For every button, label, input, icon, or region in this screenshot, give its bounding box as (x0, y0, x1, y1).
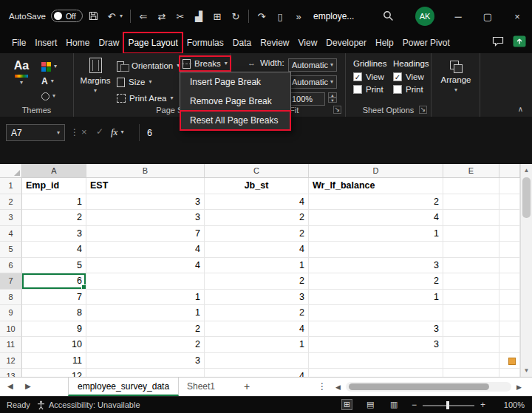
cell-A10[interactable]: 9 (22, 321, 86, 338)
autosave-toggle[interactable]: Off (51, 10, 83, 22)
zoom-level[interactable]: 100% (504, 400, 525, 409)
normal-view-button[interactable]: ⊞ (341, 399, 352, 410)
cut-icon[interactable]: ✂ (174, 12, 186, 21)
cell-C10[interactable]: 4 (205, 321, 309, 338)
redo-icon[interactable]: ↷ (256, 12, 267, 21)
comment-icon[interactable] (492, 36, 504, 50)
headings-print-checkbox[interactable]: Print (393, 85, 429, 94)
cell-C2[interactable]: 4 (205, 194, 309, 211)
ribbon-tab-data[interactable]: Data (228, 33, 256, 53)
cell-B7[interactable] (86, 273, 205, 290)
cell-A1[interactable]: Emp_id (22, 178, 86, 194)
height-input[interactable]: Automatic ▾ (288, 75, 337, 89)
themes-button[interactable]: Aa ▾ (7, 59, 35, 86)
ribbon-tab-view[interactable]: View (294, 33, 322, 53)
zoom-out-button[interactable]: − (412, 400, 417, 410)
row-header-7[interactable]: 7 (0, 273, 22, 290)
formula-input[interactable]: 6 (147, 124, 152, 141)
cell-C1[interactable]: Jb_st (205, 178, 309, 194)
zoom-slider[interactable] (423, 397, 474, 413)
zoom-slider-thumb[interactable] (446, 401, 449, 409)
cell-B12[interactable]: 3 (86, 353, 205, 369)
accessibility-status[interactable]: Accessibility: Unavailable (49, 400, 140, 409)
cell-E5[interactable] (443, 242, 499, 258)
row-header-2[interactable]: 2 (0, 194, 22, 211)
row-header-13[interactable]: 13 (0, 369, 22, 377)
headings-view-checkbox[interactable]: ✓ View (393, 72, 429, 81)
cell-E7[interactable] (443, 273, 499, 290)
search-icon[interactable] (383, 10, 394, 24)
arrange-button[interactable]: Arrange ▾ (440, 61, 471, 93)
row-header-3[interactable]: 3 (0, 210, 22, 226)
scrollbar-thumb[interactable] (349, 383, 489, 390)
column-header-E[interactable]: E (443, 164, 499, 177)
cell-E12[interactable] (443, 353, 499, 369)
ribbon-tab-draw[interactable]: Draw (94, 33, 123, 53)
ribbon-tab-insert[interactable]: Insert (30, 33, 61, 53)
maximize-button[interactable]: ▢ (473, 0, 502, 33)
cell-D10[interactable]: 3 (309, 321, 443, 338)
gridlines-view-checkbox[interactable]: ✓ View (353, 72, 386, 81)
sync-icon[interactable]: ↻ (230, 12, 242, 21)
cell-D5[interactable] (309, 242, 443, 258)
row-header-9[interactable]: 9 (0, 305, 22, 321)
margins-button[interactable]: Margins ▾ (78, 58, 112, 94)
cell-D4[interactable]: 1 (309, 226, 443, 242)
cell-B2[interactable]: 3 (86, 194, 205, 211)
cell-D13[interactable] (309, 369, 443, 377)
cell-B11[interactable]: 2 (86, 337, 205, 353)
cell-E4[interactable] (443, 226, 499, 242)
cell-B5[interactable]: 4 (86, 242, 205, 258)
cell-D2[interactable]: 2 (309, 194, 443, 211)
cell-B9[interactable]: 1 (86, 305, 205, 321)
horizontal-scrollbar[interactable]: ◀ ▶ (334, 380, 523, 394)
cell-A6[interactable]: 5 (22, 258, 86, 274)
cell-E2[interactable] (443, 194, 499, 211)
cell-C5[interactable]: 4 (205, 242, 309, 258)
cell-C6[interactable]: 1 (205, 258, 309, 274)
minimize-button[interactable]: ─ (443, 0, 473, 33)
cell-B10[interactable]: 2 (86, 321, 205, 338)
spin-down-icon[interactable]: ▾ (328, 98, 337, 103)
cell-C8[interactable]: 3 (205, 290, 309, 306)
ribbon-tab-review[interactable]: Review (256, 33, 293, 53)
cell-E9[interactable] (443, 305, 499, 321)
cell-B1[interactable]: EST (86, 178, 205, 194)
select-all-corner[interactable] (0, 164, 22, 177)
table-icon[interactable]: ⊞ (211, 12, 223, 21)
undo-icon[interactable]: ↶ (106, 12, 117, 21)
cell-A2[interactable]: 1 (22, 194, 86, 211)
scrollbar-thumb[interactable] (522, 177, 531, 218)
cell-D9[interactable] (309, 305, 443, 321)
spin-up-icon[interactable]: ▴ (328, 92, 337, 98)
cell-C13[interactable]: 4 (205, 369, 309, 377)
cell-C11[interactable]: 1 (205, 337, 309, 353)
cell-B13[interactable] (86, 369, 205, 377)
theme-effects-button[interactable]: ▾ (41, 90, 57, 102)
dialog-launcher-icon[interactable]: ↘ (419, 106, 427, 114)
cell-D8[interactable]: 1 (309, 290, 443, 306)
avatar[interactable]: AK (415, 7, 434, 26)
switch-windows-icon[interactable]: ⇄ (156, 12, 168, 21)
document-title[interactable]: employe... (313, 11, 354, 21)
ribbon-tab-home[interactable]: Home (61, 33, 94, 53)
scroll-right-icon[interactable]: ▶ (516, 383, 522, 391)
cell-B4[interactable]: 7 (86, 226, 205, 242)
menu-item-remove-page-break[interactable]: Remove Page Break (180, 92, 290, 111)
scale-spinner[interactable]: ▴ ▾ (328, 92, 337, 103)
column-header-A[interactable]: A (22, 164, 86, 177)
save-icon[interactable] (87, 11, 99, 22)
orange-object[interactable] (508, 358, 516, 365)
orientation-button[interactable]: Orientation ▾ (117, 58, 180, 73)
cell-D3[interactable]: 4 (309, 210, 443, 226)
menu-item-reset-all-page-breaks[interactable]: Reset All Page Breaks (180, 111, 290, 130)
column-header-D[interactable]: D (309, 164, 443, 177)
scroll-down-icon[interactable]: ▼ (521, 367, 532, 374)
width-input[interactable]: Automatic ▾ (288, 58, 337, 72)
cell-A7[interactable]: 6 (22, 273, 86, 290)
cell-D7[interactable]: 2 (309, 273, 443, 290)
chart-icon[interactable]: ▟ (193, 12, 205, 21)
scrollbar-track[interactable] (346, 382, 511, 392)
cell-A11[interactable]: 10 (22, 337, 86, 353)
add-sheet-button[interactable]: + (244, 380, 250, 392)
